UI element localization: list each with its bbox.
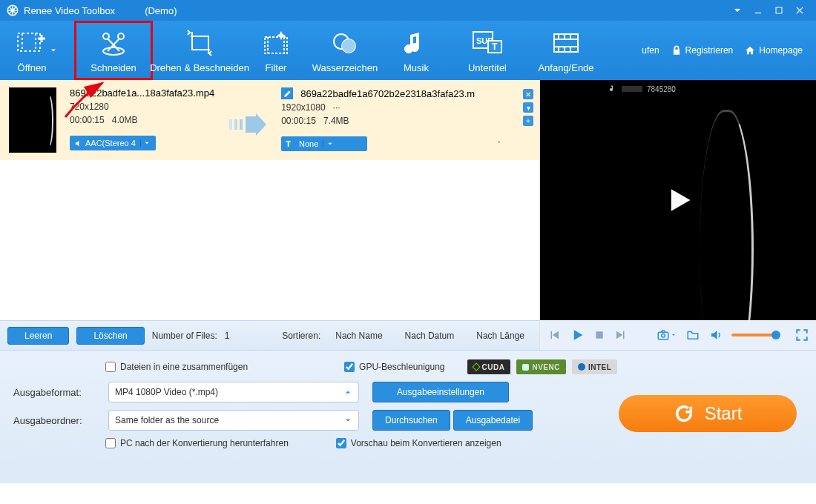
output-folder-label: Ausgabeordner: [13,415,95,426]
output-settings-button[interactable]: Ausgabeeinstellungen [372,382,509,402]
svg-rect-19 [658,332,668,339]
start-end-icon [551,28,581,58]
music-note-icon [404,28,428,58]
open-button[interactable]: Öffnen [0,21,74,80]
edit-output-icon[interactable] [281,87,293,99]
snapshot-button[interactable] [656,328,677,342]
watermark-label: Wasserzeichen [312,62,378,73]
watermark-icon [331,28,359,58]
preview-watermark: 7845280 [608,84,676,93]
menu-dropdown-button[interactable] [727,0,748,21]
svg-rect-14 [554,34,578,52]
crop-label: Drehen & Beschneiden [150,62,249,73]
music-button[interactable]: Musik [384,21,448,80]
prev-button[interactable] [547,328,561,342]
intel-badge: INTEL [572,359,617,374]
open-dropdown-icon[interactable] [49,46,58,55]
browse-button[interactable]: Durchsuchen [372,410,450,431]
cuda-badge: CUDA [467,359,511,374]
play-button[interactable] [570,328,585,342]
start-end-button[interactable]: Anfang/Ende [527,21,605,80]
buy-link[interactable]: ufen [642,45,659,56]
remove-file-button[interactable]: ✕ [523,89,533,99]
svg-rect-18 [596,331,602,338]
sort-by-name[interactable]: Nach Name [328,331,389,341]
minimize-button[interactable] [748,0,769,21]
output-file-name: 869a22badfe1a6702b2e2318a3fafa23.m [300,88,475,99]
shutdown-checkbox[interactable]: PC nach der Konvertierung herunterfahren [105,438,289,448]
list-bottom-bar: Leeren Löschen Number of Files: 1 Sortie… [0,320,539,350]
maximize-button[interactable] [769,0,789,21]
fullscreen-button[interactable] [795,328,809,342]
app-title-suffix: (Demo) [145,5,177,16]
output-folder-dropdown[interactable]: Same folder as the source [108,410,359,431]
output-format-dropdown[interactable]: MP4 1080P Video (*.mp4) [108,382,359,402]
add-file-button[interactable]: ＋ [523,116,533,126]
input-resolution: 720x1280 [70,102,214,112]
footer-panel: Dateien in eine zusammenfügen GPU-Beschl… [0,350,816,483]
cut-label: Schneiden [91,62,136,73]
next-button[interactable] [614,328,628,342]
music-small-icon [608,84,617,93]
preview-pane: 7845280 [540,80,816,350]
filter-label: Filter [266,62,287,73]
file-row[interactable]: 869a22badfe1a...18a3fafa23.mp4 720x1280 … [0,80,539,160]
main-toolbar: Öffnen Schneiden Drehen & Beschneiden Fi… [0,21,816,80]
gpu-badges: CUDA NVENC INTEL [467,359,618,374]
input-size: 4.0MB [112,115,138,125]
register-link[interactable]: Registrieren [671,45,734,56]
move-down-button[interactable]: ▾ [523,102,533,113]
gpu-checkbox[interactable]: GPU-Beschleunigung [344,362,444,372]
subtitle-button[interactable]: SUBT Untertitel [448,21,527,80]
app-title: Renee Video Toolbox [24,5,115,16]
input-duration: 00:00:15 [70,115,105,125]
sparkle-filmstrip-icon [262,28,290,58]
play-overlay-icon[interactable] [662,184,694,216]
svg-point-20 [662,334,665,338]
nvenc-badge: NVENC [516,359,566,374]
music-label: Musik [404,62,429,73]
volume-slider[interactable] [731,334,777,336]
svg-rect-16 [234,119,237,130]
preview-controls [540,320,816,350]
audio-codec-dropdown[interactable]: AAC(Stereo 4 [70,136,156,150]
delete-button[interactable]: Löschen [76,327,144,345]
preview-checkbox[interactable]: Vorschau beim Konvertieren anzeigen [336,438,501,448]
chevron-down-icon [343,416,352,425]
output-file-button[interactable]: Ausgabedatei [453,410,533,431]
sort-label: Sortieren: [282,331,320,341]
chevron-down-icon [140,139,154,147]
stop-button[interactable] [593,329,605,341]
sort-by-length[interactable]: Nach Länge [469,331,532,341]
output-more[interactable]: ··· [333,102,340,113]
start-button[interactable]: Start [619,395,797,432]
open-folder-button[interactable] [685,328,700,342]
refresh-icon [674,403,694,424]
home-icon [745,45,755,56]
file-thumbnail [9,87,56,153]
cut-button[interactable]: Schneiden [74,21,153,80]
output-duration: 00:00:15 [281,116,316,126]
output-format-label: Ausgabeformat: [13,387,95,398]
subtitle-label: Untertitel [468,62,507,73]
titlebar: Renee Video Toolbox (Demo) [0,0,816,21]
volume-button[interactable] [709,328,723,342]
svg-rect-1 [776,7,782,13]
filter-button[interactable]: Filter [246,21,306,80]
subtitle-track-dropdown[interactable]: T None [281,136,367,151]
sort-by-date[interactable]: Nach Datum [398,331,462,341]
svg-point-9 [342,39,355,53]
rotate-crop-button[interactable]: Drehen & Beschneiden [153,21,246,80]
app-logo-icon [6,4,19,17]
file-count-label: Number of Files: [152,331,217,341]
merge-checkbox[interactable]: Dateien in eine zusammenfügen [105,362,248,372]
chevron-down-icon [323,140,336,147]
close-button[interactable] [789,0,810,21]
watermark-button[interactable]: Wasserzeichen [306,21,384,80]
homepage-link[interactable]: Homepage [745,45,803,56]
svg-rect-17 [240,119,243,130]
convert-arrow-icon [228,87,268,154]
clear-button[interactable]: Leeren [7,327,69,345]
dash-cell: - [488,87,510,154]
preview-video[interactable]: 7845280 [540,80,816,320]
